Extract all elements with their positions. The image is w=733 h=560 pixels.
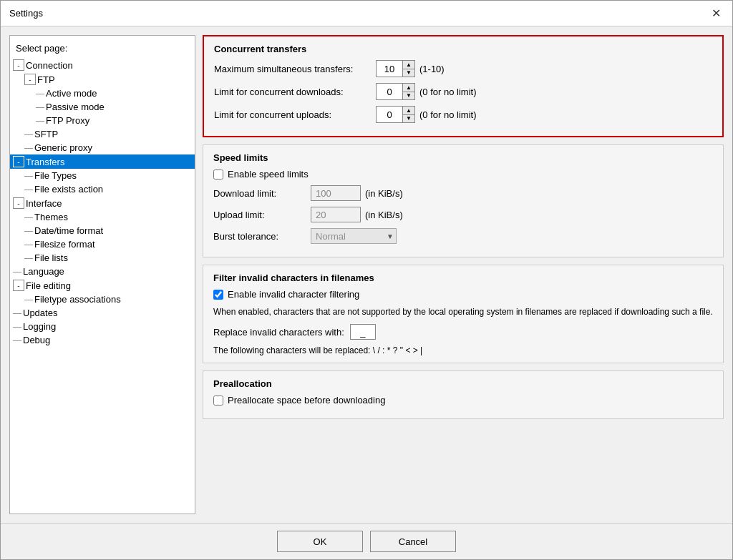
uploads-spinner-buttons: ▲ ▼ (402, 107, 414, 122)
sidebar-item-interface[interactable]: - Interface (10, 196, 195, 210)
expand-file-editing[interactable]: - (13, 280, 24, 291)
concurrent-uploads-row: Limit for concurrent uploads: 0 ▲ ▼ (0 f… (214, 106, 712, 123)
upload-limit-input[interactable] (311, 207, 361, 222)
sidebar-item-label: Language (23, 266, 64, 277)
replace-input[interactable] (350, 324, 376, 340)
burst-tolerance-select-wrap: Normal Low Medium High ▼ (311, 228, 397, 244)
sidebar-item-language[interactable]: — Language (10, 265, 195, 278)
dash-icon: — (24, 240, 33, 250)
select-page-label: Select page: (10, 40, 195, 58)
sidebar-item-file-lists[interactable]: — File lists (10, 251, 195, 265)
filter-section: Filter invalid characters in filenames E… (203, 265, 724, 363)
sidebar-item-label: File lists (34, 252, 68, 263)
sidebar-item-passive-mode[interactable]: — Passive mode (10, 100, 195, 114)
expand-transfers[interactable]: - (13, 156, 24, 167)
sidebar-item-themes[interactable]: — Themes (10, 210, 195, 224)
ok-button[interactable]: OK (277, 531, 363, 552)
dash-icon: — (24, 212, 33, 222)
max-transfers-input[interactable]: 10 (377, 61, 402, 77)
expand-interface[interactable]: - (13, 197, 24, 209)
speed-limits-title: Speed limits (213, 152, 713, 163)
max-transfers-spinner: 10 ▲ ▼ (376, 60, 415, 77)
sidebar-item-sftp[interactable]: — SFTP (10, 127, 195, 141)
enable-speed-limits-row: Enable speed limits (213, 169, 713, 180)
download-limit-input[interactable] (311, 185, 361, 201)
close-button[interactable]: ✕ (708, 6, 724, 21)
downloads-hint: (0 for no limit) (419, 87, 476, 97)
max-transfers-down[interactable]: ▼ (403, 69, 414, 77)
max-transfers-spinner-buttons: ▲ ▼ (402, 61, 414, 77)
sidebar-item-active-mode[interactable]: — Active mode (10, 87, 195, 100)
preallocation-title: Preallocation (213, 378, 713, 389)
burst-tolerance-select[interactable]: Normal Low Medium High (311, 228, 397, 244)
sidebar-item-label: Passive mode (46, 102, 105, 112)
dash-icon: — (13, 267, 21, 277)
dash-icon: — (13, 308, 21, 318)
sidebar-item-file-types[interactable]: — File Types (10, 169, 195, 182)
max-transfers-up[interactable]: ▲ (403, 61, 414, 69)
enable-filter-checkbox[interactable] (213, 290, 223, 300)
cancel-button[interactable]: Cancel (370, 531, 456, 552)
uploads-up[interactable]: ▲ (403, 107, 414, 114)
enable-speed-limits-label[interactable]: Enable speed limits (228, 169, 309, 180)
upload-limit-unit: (in KiB/s) (365, 210, 403, 220)
sidebar-item-label: File exists action (34, 184, 103, 195)
max-transfers-row: Maximum simultaneous transfers: 10 ▲ ▼ (… (214, 60, 712, 77)
dash-icon: — (36, 116, 44, 126)
sidebar-item-label: Active mode (46, 88, 97, 99)
sidebar-item-label: File Types (34, 170, 77, 181)
preallocate-label[interactable]: Preallocate space before downloading (228, 395, 385, 406)
downloads-input[interactable]: 0 (377, 84, 402, 99)
preallocate-checkbox[interactable] (213, 396, 223, 406)
settings-dialog: Settings ✕ Select page: - Connection - F… (0, 0, 733, 560)
sidebar-item-file-editing[interactable]: - File editing (10, 278, 195, 293)
replace-label: Replace invalid characters with: (213, 327, 344, 338)
burst-tolerance-label: Burst tolerance: (213, 231, 306, 242)
uploads-down[interactable]: ▼ (403, 114, 414, 122)
downloads-down[interactable]: ▼ (403, 92, 414, 99)
concurrent-transfers-section: Concurrent transfers Maximum simultaneou… (203, 35, 724, 137)
upload-limit-label: Upload limit: (213, 210, 306, 220)
sidebar-item-label: Themes (34, 212, 68, 222)
sidebar-item-label: Date/time format (34, 225, 103, 236)
sidebar-item-label: Transfers (26, 157, 64, 167)
concurrent-uploads-label: Limit for concurrent uploads: (214, 109, 372, 120)
sidebar-item-generic-proxy[interactable]: — Generic proxy (10, 141, 195, 154)
dash-icon: — (13, 335, 21, 345)
dash-icon: — (24, 129, 33, 139)
sidebar-item-label: File editing (26, 280, 71, 291)
right-panel: Concurrent transfers Maximum simultaneou… (203, 35, 724, 514)
sidebar-item-ftp-proxy[interactable]: — FTP Proxy (10, 114, 195, 127)
burst-tolerance-row: Burst tolerance: Normal Low Medium High … (213, 228, 713, 244)
enable-filter-label[interactable]: Enable invalid character filtering (228, 289, 359, 300)
enable-speed-limits-checkbox[interactable] (213, 170, 223, 180)
download-limit-label: Download limit: (213, 188, 306, 199)
sidebar-item-logging[interactable]: — Logging (10, 320, 195, 333)
sidebar-item-label: Connection (26, 60, 73, 71)
dialog-title: Settings (9, 8, 43, 19)
sidebar-item-debug[interactable]: — Debug (10, 333, 195, 347)
concurrent-downloads-row: Limit for concurrent downloads: 0 ▲ ▼ (0… (214, 83, 712, 100)
preallocate-row: Preallocate space before downloading (213, 395, 713, 406)
dialog-body: Select page: - Connection - FTP — Active… (1, 26, 732, 523)
sidebar-item-filetype-associations[interactable]: — Filetype associations (10, 293, 195, 306)
dash-icon: — (13, 322, 21, 332)
sidebar-item-filesize-format[interactable]: — Filesize format (10, 237, 195, 251)
sidebar-item-updates[interactable]: — Updates (10, 306, 195, 320)
expand-connection[interactable]: - (13, 59, 24, 71)
replace-row: Replace invalid characters with: (213, 324, 713, 340)
sidebar-item-ftp[interactable]: - FTP (10, 72, 195, 87)
sidebar-item-label: Interface (26, 198, 62, 209)
upload-limit-row: Upload limit: (in KiB/s) (213, 207, 713, 222)
sidebar-item-file-exists-action[interactable]: — File exists action (10, 182, 195, 196)
uploads-input[interactable]: 0 (377, 107, 402, 122)
sidebar-item-transfers[interactable]: - Transfers (10, 154, 195, 169)
uploads-hint: (0 for no limit) (419, 109, 476, 120)
downloads-up[interactable]: ▲ (403, 84, 414, 92)
sidebar-item-datetime-format[interactable]: — Date/time format (10, 224, 195, 237)
expand-ftp[interactable]: - (24, 74, 36, 85)
concurrent-transfers-title: Concurrent transfers (214, 44, 712, 54)
sidebar-item-connection[interactable]: - Connection (10, 58, 195, 72)
sidebar-item-label: Logging (23, 321, 56, 332)
downloads-spinner: 0 ▲ ▼ (376, 83, 415, 100)
